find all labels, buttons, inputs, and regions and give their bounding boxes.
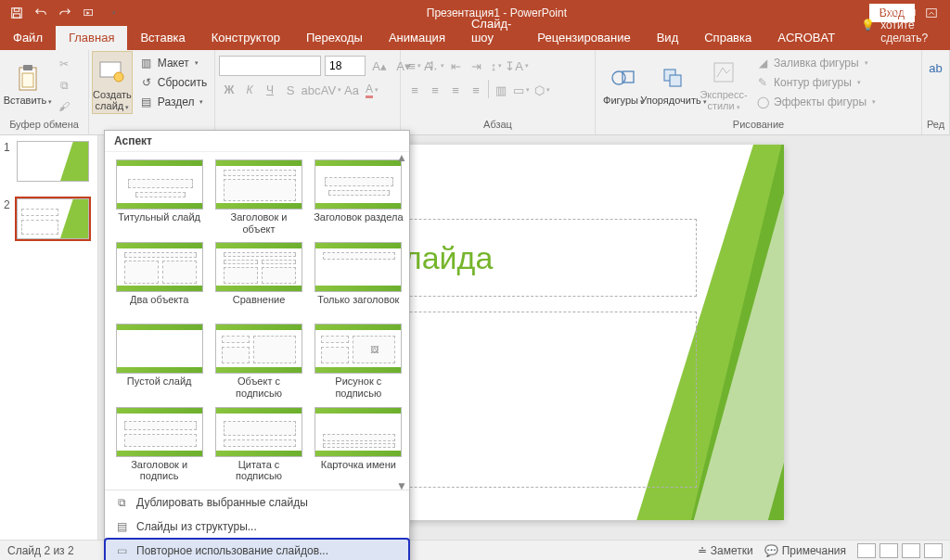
font-family-select[interactable] — [219, 56, 321, 76]
replace-button[interactable]: ab — [926, 57, 946, 78]
duplicate-label: Дублировать выбранные слайды — [136, 496, 308, 509]
thumbnail-1[interactable]: 1 — [0, 135, 97, 193]
redo-icon[interactable] — [54, 3, 76, 23]
decrease-indent-button[interactable]: ⇤ — [445, 56, 466, 76]
tab-view[interactable]: Вид — [644, 26, 692, 50]
quick-access-toolbar — [0, 3, 124, 23]
line-spacing-button[interactable]: ↕ — [486, 56, 507, 76]
layout-title-content[interactable]: Заголовок и объект — [212, 158, 305, 236]
align-right-button[interactable]: ≡ — [445, 80, 466, 100]
justify-button[interactable]: ≡ — [466, 80, 486, 100]
font-color-button[interactable]: A — [362, 80, 382, 100]
section-button[interactable]: ▤Раздел — [134, 93, 212, 111]
lightbulb-icon: 💡 — [861, 19, 875, 32]
thumb-preview[interactable] — [17, 198, 89, 239]
new-slide-button[interactable]: Создать слайд — [93, 52, 132, 113]
reset-icon: ↺ — [139, 75, 154, 90]
char-spacing-button[interactable]: AV — [321, 80, 341, 100]
layout-picture-caption[interactable]: 🖼Рисунок с подписью — [312, 322, 405, 401]
gallery-footer: ⧉Дублировать выбранные слайды ▤Слайды из… — [105, 490, 409, 560]
format-painter-button[interactable]: 🖌 — [54, 96, 74, 117]
bold-button[interactable]: Ж — [219, 80, 239, 100]
text-direction-button[interactable]: ↧A — [507, 56, 527, 76]
layout-content-caption[interactable]: Объект с подписью — [212, 322, 305, 401]
copy-button[interactable]: ⧉ — [54, 75, 74, 95]
layout-label: Объект с подписью — [213, 375, 303, 399]
bullets-button[interactable]: ≡ — [404, 56, 425, 76]
smartart-button[interactable]: ⬡ — [532, 80, 552, 100]
undo-icon[interactable] — [30, 3, 52, 23]
tab-transitions[interactable]: Переходы — [293, 26, 376, 50]
quick-styles-button[interactable]: Экспресс-стили — [700, 52, 748, 113]
layout-comparison[interactable]: Сравнение — [212, 240, 305, 318]
slide-position[interactable]: Слайд 2 из 2 — [7, 544, 74, 557]
layout-title-slide[interactable]: Титульный слайд — [112, 158, 206, 236]
reset-label: Сбросить — [158, 76, 207, 89]
cut-button[interactable]: ✂ — [54, 54, 74, 74]
notes-button[interactable]: ≐Заметки — [698, 544, 753, 557]
slideshow-view-button[interactable] — [924, 543, 943, 558]
thumb-preview[interactable] — [17, 141, 89, 182]
layout-section-header[interactable]: Заголовок раздела — [312, 158, 405, 236]
layout-title-caption[interactable]: Заголовок и подпись — [112, 405, 206, 484]
align-text-button[interactable]: ▭ — [511, 80, 532, 100]
shape-fill-button[interactable]: ◢Заливка фигуры — [750, 54, 881, 72]
layout-quote-caption[interactable]: Цитата с подписью — [212, 405, 305, 484]
reset-button[interactable]: ↺Сбросить — [134, 73, 212, 92]
align-left-button[interactable]: ≡ — [404, 80, 425, 100]
underline-button[interactable]: Ч — [260, 80, 280, 100]
shape-effects-button[interactable]: ◯Эффекты фигуры — [750, 93, 881, 111]
duplicate-slides-item[interactable]: ⧉Дублировать выбранные слайды — [105, 490, 409, 515]
normal-view-button[interactable] — [857, 543, 876, 558]
section-label: Раздел — [158, 95, 195, 108]
arrange-button[interactable]: Упорядочить — [649, 52, 698, 113]
columns-button[interactable]: ▥ — [491, 80, 511, 100]
tell-me-search[interactable]: 💡 Что вы хотите сделать? — [848, 6, 950, 50]
grow-font-button[interactable]: A▴ — [369, 56, 390, 76]
scroll-up-icon[interactable]: ▲ — [396, 151, 407, 164]
tab-design[interactable]: Конструктор — [199, 26, 293, 50]
paste-button[interactable]: Вставить — [4, 52, 52, 113]
sorter-view-button[interactable] — [879, 543, 898, 558]
tab-acrobat[interactable]: ACROBAT — [764, 26, 848, 50]
outline-icon: ▤ — [114, 519, 129, 534]
layout-blank[interactable]: Пустой слайд — [112, 322, 206, 401]
comments-button[interactable]: 💬Примечания — [764, 544, 846, 557]
layout-label: Заголовок раздела — [314, 211, 403, 234]
font-size-select[interactable]: 18 — [325, 56, 366, 76]
change-case-button[interactable]: Aa — [341, 80, 362, 100]
layout-button[interactable]: ▥Макет — [134, 54, 212, 72]
reading-view-button[interactable] — [902, 543, 920, 558]
layout-title-only[interactable]: Только заголовок — [312, 240, 405, 318]
save-icon[interactable] — [6, 3, 28, 23]
shadow-button[interactable]: S — [280, 80, 301, 100]
increase-indent-button[interactable]: ⇥ — [466, 56, 486, 76]
slide-thumbnail-panel[interactable]: 1 2 — [0, 135, 98, 540]
tab-review[interactable]: Рецензирование — [524, 26, 643, 50]
start-from-beginning-icon[interactable] — [78, 3, 100, 23]
strike-button[interactable]: abc — [301, 80, 321, 100]
thumbnail-2[interactable]: 2 — [0, 193, 97, 250]
tab-insert[interactable]: Вставка — [127, 26, 198, 50]
italic-button[interactable]: К — [239, 80, 260, 100]
layout-name-card[interactable]: Карточка имени — [312, 405, 405, 484]
qat-customize-icon[interactable] — [102, 3, 124, 23]
tab-home[interactable]: Главная — [56, 26, 127, 50]
shape-outline-button[interactable]: ✎Контур фигуры — [750, 73, 881, 92]
svg-rect-13 — [670, 75, 681, 86]
numbering-button[interactable]: ⒈ — [425, 56, 445, 76]
scroll-down-icon[interactable]: ▼ — [396, 479, 407, 492]
tab-file[interactable]: Файл — [0, 26, 56, 50]
layout-label: Два объекта — [130, 294, 188, 316]
layout-label: Макет — [158, 57, 189, 70]
tab-help[interactable]: Справка — [691, 26, 764, 50]
layout-label: Только заголовок — [317, 294, 399, 316]
reuse-slides-item[interactable]: ▭Повторное использование слайдов... — [105, 539, 409, 560]
layout-two-content[interactable]: Два объекта — [112, 240, 206, 318]
tab-animations[interactable]: Анимация — [376, 26, 458, 50]
align-center-button[interactable]: ≡ — [425, 80, 445, 100]
slides-from-outline-item[interactable]: ▤Слайды из структуры... — [105, 515, 409, 539]
quick-styles-label: Экспресс-стили — [700, 89, 748, 111]
arrange-label: Упорядочить — [640, 95, 706, 106]
gallery-scrollbar[interactable]: ▲▼ — [394, 149, 409, 494]
